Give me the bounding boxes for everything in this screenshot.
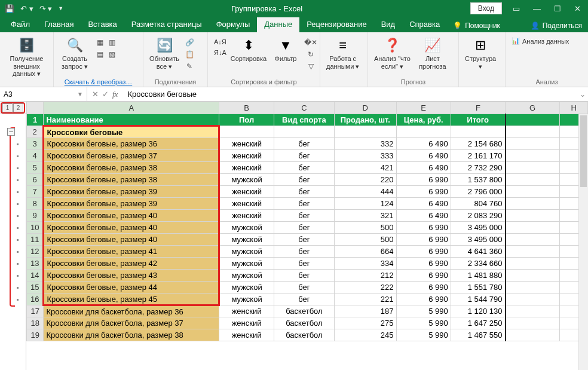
cell[interactable]: женский: [219, 317, 274, 329]
cell[interactable]: 1 467 550: [451, 329, 505, 341]
cell[interactable]: Кроссовки беговые, размер 36: [44, 138, 219, 150]
cell[interactable]: 1 551 780: [451, 282, 505, 293]
cell[interactable]: 804 760: [451, 198, 505, 210]
cell[interactable]: 6 990: [396, 174, 451, 186]
select-all-cell[interactable]: [27, 102, 44, 114]
data-tools-button[interactable]: ≡Работа с данными ▾: [324, 35, 362, 71]
cell[interactable]: Вид спорта: [274, 114, 334, 126]
cell[interactable]: 333: [335, 150, 396, 162]
cell[interactable]: [506, 293, 560, 305]
col-header-H[interactable]: H: [560, 102, 588, 114]
cell[interactable]: Продано, шт.: [335, 114, 396, 126]
cell[interactable]: [506, 210, 560, 222]
cell[interactable]: [506, 246, 560, 258]
cell[interactable]: Кроссовки для баскетбола, размер 36: [44, 305, 219, 317]
cell[interactable]: 1 481 880: [451, 270, 505, 282]
row-header[interactable]: 10: [27, 222, 44, 234]
col-header-C[interactable]: C: [274, 102, 334, 114]
row-header[interactable]: 7: [27, 186, 44, 198]
cell[interactable]: 2 161 170: [451, 150, 505, 162]
cell[interactable]: 6 990: [396, 258, 451, 270]
cell[interactable]: [335, 126, 396, 138]
edit-links-icon[interactable]: ✎: [184, 61, 195, 72]
cell[interactable]: бег: [274, 270, 334, 282]
cell[interactable]: Кроссовки беговые, размер 42: [44, 258, 219, 270]
cell[interactable]: женский: [219, 210, 274, 222]
recent-sources-icon[interactable]: ▤: [94, 49, 105, 60]
cell[interactable]: 2 334 660: [451, 258, 505, 270]
sort-asc-button[interactable]: А↓Я: [212, 37, 229, 47]
cell[interactable]: 6 990: [396, 222, 451, 234]
save-icon[interactable]: 💾: [5, 4, 14, 13]
get-external-data-button[interactable]: 🗄️Получение внешних данных ▾: [4, 35, 50, 79]
tab-review[interactable]: Рецензирование: [299, 17, 373, 32]
cell[interactable]: [506, 270, 560, 282]
cell[interactable]: 5 990: [396, 305, 451, 317]
filter-button[interactable]: ▼Фильтр: [268, 35, 303, 64]
cell[interactable]: бег: [274, 174, 334, 186]
cell[interactable]: 124: [335, 198, 396, 210]
login-button[interactable]: Вход: [470, 2, 502, 14]
cell[interactable]: Кроссовки беговые, размер 45: [44, 293, 219, 305]
cell[interactable]: 2 083 290: [451, 210, 505, 222]
cell[interactable]: 321: [335, 210, 396, 222]
minimize-icon[interactable]: —: [531, 4, 543, 13]
cell[interactable]: бег: [274, 162, 334, 174]
row-header[interactable]: 15: [27, 282, 44, 293]
expand-formula-icon[interactable]: ⌄: [577, 87, 588, 101]
tab-data[interactable]: Данные: [257, 17, 299, 32]
cell[interactable]: бег: [274, 246, 334, 258]
cell[interactable]: 187: [335, 305, 396, 317]
col-header-E[interactable]: E: [396, 102, 451, 114]
cell[interactable]: женский: [219, 162, 274, 174]
cell[interactable]: 664: [335, 246, 396, 258]
cell[interactable]: [506, 198, 560, 210]
cell[interactable]: женский: [219, 305, 274, 317]
sort-desc-button[interactable]: Я↓А: [212, 48, 229, 57]
row-header[interactable]: 2: [27, 126, 44, 138]
cell[interactable]: женский: [219, 138, 274, 150]
tab-layout[interactable]: Разметка страницы: [124, 17, 209, 32]
cell[interactable]: 6 990: [396, 282, 451, 293]
row-header[interactable]: 16: [27, 293, 44, 305]
cell[interactable]: Наименование: [44, 114, 219, 126]
cell[interactable]: мужской: [219, 234, 274, 246]
cell[interactable]: женский: [219, 198, 274, 210]
col-header-B[interactable]: B: [219, 102, 274, 114]
row-header[interactable]: 3: [27, 138, 44, 150]
row-header[interactable]: 13: [27, 258, 44, 270]
cell[interactable]: Кроссовки беговые: [44, 126, 219, 138]
cell[interactable]: 220: [335, 174, 396, 186]
combine-icon[interactable]: ▧: [106, 49, 117, 60]
outline-level-1[interactable]: 1: [2, 103, 13, 112]
outline-collapse-button[interactable]: –: [7, 128, 15, 136]
cell[interactable]: 2 154 680: [451, 138, 505, 150]
cell[interactable]: 221: [335, 293, 396, 305]
outline-button[interactable]: ⊞Структура ▾: [463, 35, 498, 71]
cell[interactable]: 1 120 130: [451, 305, 505, 317]
cell[interactable]: [506, 234, 560, 246]
cell[interactable]: Кроссовки беговые, размер 40: [44, 234, 219, 246]
cell[interactable]: 6 990: [396, 246, 451, 258]
cell[interactable]: женский: [219, 329, 274, 341]
name-box-input[interactable]: [4, 90, 63, 99]
col-header-A[interactable]: A: [44, 102, 219, 114]
new-query-button[interactable]: 🔍Создать запрос ▾: [57, 35, 92, 71]
cell[interactable]: 222: [335, 282, 396, 293]
vertical-scrollbar[interactable]: [578, 114, 588, 370]
cell[interactable]: баскетбол: [274, 329, 334, 341]
refresh-all-button[interactable]: 🔄Обновить все ▾: [147, 35, 182, 71]
cell[interactable]: 3 495 000: [451, 234, 505, 246]
row-header[interactable]: 11: [27, 234, 44, 246]
cell[interactable]: [506, 258, 560, 270]
group-get-transform[interactable]: Скачать & преобраз…: [65, 78, 132, 85]
cell[interactable]: Кроссовки беговые, размер 40: [44, 210, 219, 222]
cell[interactable]: Кроссовки беговые, размер 40: [44, 222, 219, 234]
cell[interactable]: [451, 126, 505, 138]
cell[interactable]: Кроссовки беговые, размер 39: [44, 186, 219, 198]
cell[interactable]: 421: [335, 162, 396, 174]
cell[interactable]: [274, 126, 334, 138]
data-analysis-button[interactable]: 📊Анализ данных: [509, 36, 571, 46]
cell[interactable]: бег: [274, 234, 334, 246]
name-box[interactable]: ▼: [0, 87, 87, 101]
